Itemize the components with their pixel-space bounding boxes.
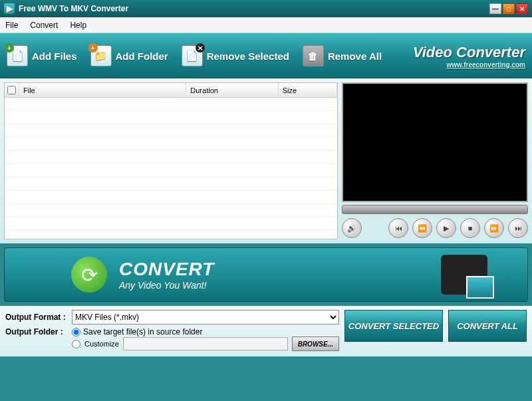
stop-button[interactable]: ■	[460, 218, 480, 238]
add-folder-label: Add Folder	[116, 51, 168, 62]
save-source-radio[interactable]	[72, 328, 80, 336]
remove-selected-icon: 📄✕	[182, 45, 203, 67]
col-duration[interactable]: Duration	[186, 83, 278, 97]
add-folder-button[interactable]: 📁+ Add Folder	[90, 45, 168, 67]
select-all-checkbox[interactable]	[7, 86, 16, 94]
table-row	[5, 151, 337, 164]
film-clip-icon	[441, 255, 487, 295]
col-file[interactable]: File	[19, 83, 186, 97]
customize-label: Customize	[84, 340, 119, 348]
next-button[interactable]: ⏭	[508, 218, 528, 238]
list-header: File Duration Size	[5, 83, 337, 98]
brand-name: Video Converter	[413, 44, 525, 61]
close-button[interactable]: ✕	[516, 3, 528, 14]
convert-banner[interactable]: ⟳ CONVERT Any Video You Want!	[4, 247, 528, 302]
volume-button[interactable]: 🔊	[342, 218, 362, 238]
brand-link[interactable]: www.freeconverting.com	[413, 61, 525, 68]
table-row	[5, 204, 337, 217]
convert-all-button[interactable]: CONVERT ALL	[448, 310, 527, 342]
folder-add-icon: 📁+	[90, 45, 112, 67]
preview-panel: 🔊 ⏮ ⏪ ▶ ■ ⏩ ⏭	[342, 82, 528, 239]
output-format-label: Output Format :	[5, 313, 72, 322]
seek-bar[interactable]	[342, 205, 528, 214]
add-files-label: Add Files	[32, 51, 77, 62]
video-preview	[342, 82, 528, 202]
app-title: Free WMV To MKV Converter	[19, 4, 128, 13]
list-rows	[5, 98, 337, 231]
trash-icon: 🗑	[303, 45, 324, 67]
output-area: Output Format : MKV Files (*.mkv) Output…	[0, 306, 532, 356]
titlebar: ▶ Free WMV To MKV Converter — □ ✕	[0, 0, 532, 17]
forward-button[interactable]: ⏩	[484, 218, 504, 238]
output-folder-label: Output Folder :	[5, 327, 72, 336]
table-row	[5, 217, 337, 231]
customize-radio[interactable]	[72, 340, 80, 348]
play-button[interactable]: ▶	[436, 218, 456, 238]
banner-subtitle: Any Video You Want!	[119, 280, 214, 291]
app-icon: ▶	[4, 3, 15, 14]
remove-all-button[interactable]: 🗑 Remove All	[303, 45, 382, 67]
custom-path-input[interactable]	[123, 337, 288, 350]
prev-button[interactable]: ⏮	[388, 218, 408, 238]
table-row	[5, 191, 337, 204]
table-row	[5, 178, 337, 191]
maximize-button[interactable]: □	[503, 3, 515, 14]
col-checkbox[interactable]	[5, 83, 19, 97]
table-row	[5, 164, 337, 178]
remove-selected-label: Remove Selected	[207, 51, 289, 62]
table-row	[5, 124, 337, 138]
file-list: File Duration Size	[4, 82, 338, 239]
menu-help[interactable]: Help	[70, 21, 86, 30]
rewind-button[interactable]: ⏪	[412, 218, 432, 238]
brand: Video Converter www.freeconverting.com	[413, 44, 525, 68]
content-area: File Duration Size 🔊 ⏮ ⏪ ▶ ■ ⏩ ⏭	[0, 78, 532, 243]
minimize-button[interactable]: —	[489, 3, 501, 14]
table-row	[5, 138, 337, 151]
convert-icon: ⟳	[71, 257, 107, 293]
save-source-label: Save target file(s) in source folder	[83, 327, 202, 336]
toolbar: 📄+ Add Files 📁+ Add Folder 📄✕ Remove Sel…	[0, 33, 532, 78]
add-files-button[interactable]: 📄+ Add Files	[7, 45, 77, 67]
table-row	[5, 98, 337, 111]
playback-controls: 🔊 ⏮ ⏪ ▶ ■ ⏩ ⏭	[342, 217, 528, 239]
browse-button[interactable]: BROWSE...	[292, 336, 339, 351]
remove-selected-button[interactable]: 📄✕ Remove Selected	[182, 45, 289, 67]
banner-title: CONVERT	[119, 259, 214, 280]
output-format-select[interactable]: MKV Files (*.mkv)	[72, 310, 339, 325]
menu-file[interactable]: File	[5, 21, 18, 30]
remove-all-label: Remove All	[328, 51, 382, 62]
file-add-icon: 📄+	[7, 45, 28, 67]
menubar: File Convert Help	[0, 17, 532, 33]
table-row	[5, 111, 337, 124]
col-size[interactable]: Size	[279, 83, 337, 97]
convert-selected-button[interactable]: CONVERT SELECTED	[344, 310, 443, 342]
menu-convert[interactable]: Convert	[30, 21, 58, 30]
